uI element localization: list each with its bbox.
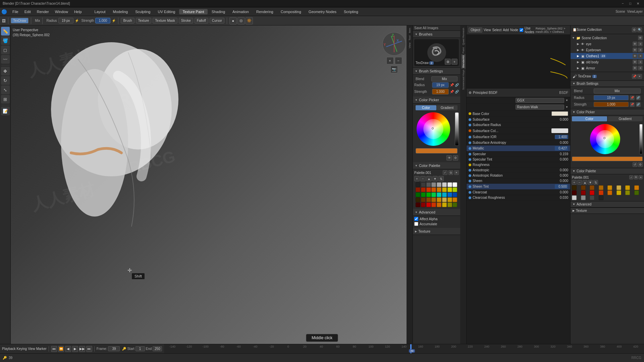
playback-menu[interactable]: Playback [2, 347, 16, 351]
advanced-header[interactable]: ▼ Advanced [413, 209, 460, 216]
palette-swatch[interactable] [421, 187, 426, 192]
tl-start-frame[interactable]: 1 [136, 346, 145, 351]
far-radius-pin[interactable]: 📌 [630, 96, 635, 100]
texture-mask-btn[interactable]: Texture Mask [153, 18, 177, 23]
tab-texture-paint[interactable]: Texture Paint [179, 9, 207, 14]
far-cp-options[interactable]: ⚙ [638, 162, 643, 167]
eye-vis[interactable]: 👁 [633, 42, 637, 46]
viewport-3d[interactable]: 人人素材 RBCG 人人素材 RBCG RBCG User Perspectiv… [11, 25, 413, 353]
palette-close-icon[interactable]: ✕ [454, 170, 459, 175]
far-color-wheel[interactable] [590, 124, 620, 154]
far-palette-swatch[interactable] [634, 185, 639, 190]
use-nodes-checkbox[interactable] [520, 28, 523, 32]
tab-animation[interactable]: Animation [229, 9, 252, 14]
tl-prev-frame[interactable]: ◀ [65, 346, 71, 352]
rotate-tool[interactable]: ↻ [1, 76, 10, 85]
far-strength-val[interactable]: 1.000 [594, 102, 629, 107]
far-color-picker-header[interactable]: ▼ Color Picker [571, 109, 644, 115]
palette-swatch[interactable] [447, 202, 452, 207]
node-select-btn[interactable]: Select [492, 28, 501, 32]
palette-swatch[interactable] [431, 187, 436, 192]
palette-swatch[interactable] [416, 182, 420, 187]
ol-eyebrown[interactable]: ▶ 👁 Eyebrown 👁 ☀ [571, 47, 644, 53]
subsurface-method-dropdown[interactable]: ▼ [566, 106, 568, 109]
eye-render[interactable]: ☀ [638, 42, 643, 46]
palette-swatch[interactable] [442, 182, 447, 187]
palette-swatch[interactable] [447, 187, 452, 192]
palette-down-btn[interactable]: ▼ [432, 176, 438, 181]
subsurface-val[interactable]: 0.000 [555, 118, 568, 121]
metallic-val[interactable]: 0.427 [555, 146, 568, 150]
subsurf-ior-val[interactable]: 1.400 [555, 135, 568, 139]
ob-render[interactable]: ☀ [638, 60, 643, 64]
ol-clothes1[interactable]: ▶ ▣ Clothes1 23 👁 ☀ [571, 53, 644, 59]
palette-swatch[interactable] [431, 182, 436, 187]
far-palette-swatch[interactable] [599, 190, 603, 195]
ar-render[interactable]: ☀ [638, 66, 643, 70]
palette-add-btn[interactable]: + [414, 176, 420, 181]
far-radius-val[interactable]: 19 px [594, 95, 629, 100]
maximize-btn[interactable]: □ [627, 2, 633, 5]
palette-swatch[interactable] [437, 182, 441, 187]
tex-draw-mode[interactable]: TexDraw [11, 18, 29, 23]
node-add-btn[interactable]: Add [503, 28, 509, 32]
base-color-row[interactable]: Base Color [467, 111, 570, 117]
ob-vis[interactable]: 👁 [633, 60, 637, 64]
zoom-in-btn[interactable]: + [386, 57, 394, 64]
subsurf-col-swatch[interactable] [551, 128, 568, 133]
far-pal-down[interactable]: ▼ [588, 180, 593, 185]
palette-swatch[interactable] [452, 182, 457, 187]
palette-swatch[interactable] [437, 202, 441, 207]
sheen-val[interactable]: 0.000 [555, 179, 568, 183]
close-btn[interactable]: ✕ [635, 2, 641, 5]
far-palette-swatch[interactable] [634, 190, 639, 195]
far-palette-swatch[interactable] [599, 185, 603, 190]
far-cp-header[interactable]: ▼ Color Palette [571, 168, 644, 174]
color-wheel[interactable] [417, 112, 450, 146]
scene-collection-root[interactable]: ▼ 📁 Scene Collection 👁 [571, 35, 644, 41]
radius-prop-val[interactable]: 19 px [432, 82, 449, 88]
palette-remove-btn[interactable]: − [420, 176, 426, 181]
tab-compositing[interactable]: Compositing [277, 9, 305, 14]
object-btn[interactable]: Object [469, 27, 482, 33]
palette-swatch[interactable] [416, 192, 420, 197]
timeline-track[interactable]: -140-120-100-80-60-40-200204060801001201… [164, 344, 644, 353]
erase-tool[interactable]: ◻ [1, 46, 10, 54]
palette-swatch[interactable] [421, 192, 426, 197]
palette-swatch[interactable] [431, 192, 436, 197]
menu-render[interactable]: Render [34, 9, 52, 14]
brush-btn[interactable]: Brush [121, 18, 134, 23]
far-palette-check[interactable]: ✓ [629, 175, 633, 179]
material-mode-btn[interactable]: ◎ [237, 17, 245, 24]
palette-swatch[interactable] [416, 197, 420, 202]
far-palette-swatch[interactable] [625, 185, 630, 190]
keying-menu[interactable]: Keying [17, 347, 27, 351]
base-color-swatch[interactable] [551, 111, 568, 116]
far-gradient-tab[interactable]: Gradient [608, 116, 643, 121]
marker-menu[interactable]: Marker [36, 347, 47, 351]
move-tool[interactable]: ✥ [1, 67, 10, 75]
palette-swatch[interactable] [416, 202, 420, 207]
tl-to-start[interactable]: ⏮ [51, 346, 57, 352]
far-blend-val[interactable]: Mix [594, 88, 641, 94]
blenderkit-tab[interactable]: BlenderKit [461, 54, 466, 69]
far-pal-up[interactable]: ▲ [583, 180, 587, 185]
far-brightness-strip[interactable] [639, 124, 643, 154]
palette-swatch[interactable] [431, 202, 436, 207]
far-strength-link[interactable]: 🔗 [636, 102, 641, 107]
far-palette-swatch[interactable] [572, 185, 577, 190]
blend-value[interactable]: Mix [431, 76, 458, 81]
sheen-tint-row[interactable]: Sheen Tint 0.500 [467, 184, 570, 190]
palette-swatch[interactable] [426, 187, 431, 192]
far-radius-link[interactable]: 🔗 [636, 96, 641, 100]
far-color-tab[interactable]: Color [572, 116, 607, 121]
strength-value[interactable]: 1.000 [95, 18, 110, 23]
render-mode-btn[interactable]: 🔆 [246, 17, 253, 24]
camera-btn[interactable]: 📷 [390, 66, 398, 73]
solid-mode-btn[interactable]: ● [229, 17, 237, 24]
palette-swatch[interactable] [447, 197, 452, 202]
far-palette-swatch[interactable] [581, 190, 586, 195]
brushes-header[interactable]: ▼ Brushes [413, 31, 460, 38]
specular-val[interactable]: 0.159 [555, 152, 568, 156]
texture-btn[interactable]: Texture [136, 18, 152, 23]
